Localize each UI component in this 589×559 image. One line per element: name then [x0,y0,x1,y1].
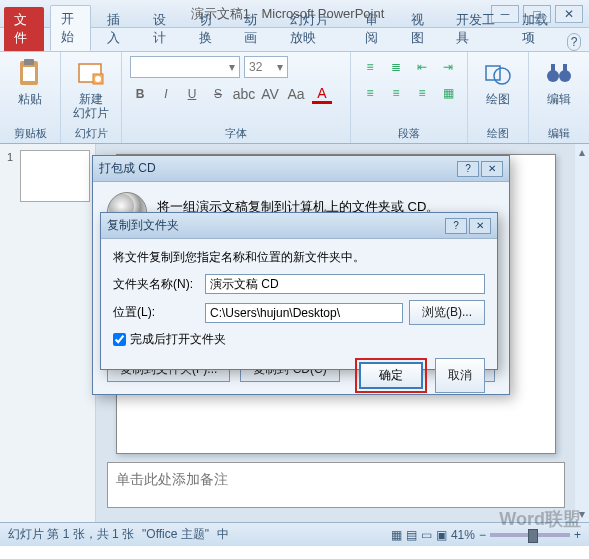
open-after-input[interactable] [113,333,126,346]
folder-name-label: 文件夹名称(N): [113,276,199,293]
new-slide-button[interactable]: 新建 幻灯片 [69,56,113,123]
group-editing: 编辑 编辑 [529,52,589,143]
group-font: ▾ 32▾ B I U S abc AV Aa A 字体 [122,52,351,143]
dialog2-description: 将文件复制到您指定名称和位置的新文件夹中。 [113,249,485,266]
svg-point-11 [494,68,510,84]
strike-button[interactable]: S [208,84,228,104]
dialog2-close-button[interactable]: ✕ [469,218,491,234]
ok-highlight: 确定 [355,358,427,393]
location-label: 位置(L): [113,304,199,321]
ok-button[interactable]: 确定 [359,362,423,389]
shadow-button[interactable]: abc [234,84,254,104]
tab-animations[interactable]: 动画 [234,7,274,51]
tab-transitions[interactable]: 切换 [189,7,229,51]
status-bar: 幻灯片 第 1 张，共 1 张 "Office 主题" 中 ▦ ▤ ▭ ▣ 41… [0,522,589,546]
align-center-button[interactable]: ≡ [385,82,407,104]
dialog1-help-button[interactable]: ? [457,161,479,177]
group-slides: 新建 幻灯片 幻灯片 [61,52,122,143]
indent-inc-button[interactable]: ⇥ [437,56,459,78]
slide-info: 幻灯片 第 1 张，共 1 张 [8,526,134,543]
font-color-button[interactable]: A [312,84,332,104]
italic-button[interactable]: I [156,84,176,104]
dialog-copy-to-folder: 复制到文件夹 ? ✕ 将文件复制到您指定名称和位置的新文件夹中。 文件夹名称(N… [100,212,498,370]
svg-point-9 [95,76,101,82]
svg-rect-14 [551,64,555,72]
underline-button[interactable]: U [182,84,202,104]
shapes-icon [482,58,514,90]
view-reading-icon[interactable]: ▭ [421,528,432,542]
find-button[interactable]: 编辑 [537,56,581,108]
new-slide-icon [75,58,107,90]
drawing-button[interactable]: 绘图 [476,56,520,108]
scroll-up-icon[interactable]: ▴ [576,146,588,158]
zoom-in-button[interactable]: + [574,528,581,542]
dialog1-title-bar: 打包成 CD ? ✕ [93,156,509,182]
cancel-button[interactable]: 取消 [435,358,485,393]
font-name-select[interactable]: ▾ [130,56,240,78]
svg-rect-6 [23,67,35,81]
font-size-select[interactable]: 32▾ [244,56,288,78]
binoculars-icon [543,58,575,90]
tab-design[interactable]: 设计 [143,7,183,51]
svg-rect-15 [563,64,567,72]
help-icon[interactable]: ? [567,33,581,51]
view-sorter-icon[interactable]: ▤ [406,528,417,542]
align-right-button[interactable]: ≡ [411,82,433,104]
tab-file[interactable]: 文件 [4,7,44,51]
ribbon: 粘贴 剪贴板 新建 幻灯片 幻灯片 ▾ 32▾ B I U S abc AV A… [0,52,589,144]
case-button[interactable]: Aa [286,84,306,104]
columns-button[interactable]: ▦ [437,82,459,104]
ribbon-tabs: 文件 开始 插入 设计 切换 动画 幻灯片放映 审阅 视图 开发工具 加载项 ? [0,28,589,52]
tab-home[interactable]: 开始 [50,5,92,51]
align-left-button[interactable]: ≡ [359,82,381,104]
view-normal-icon[interactable]: ▦ [391,528,402,542]
numbering-button[interactable]: ≣ [385,56,407,78]
dialog2-help-button[interactable]: ? [445,218,467,234]
bold-button[interactable]: B [130,84,150,104]
paste-icon [14,58,46,90]
dialog1-close-button[interactable]: ✕ [481,161,503,177]
tab-view[interactable]: 视图 [401,7,441,51]
paste-button[interactable]: 粘贴 [8,56,52,108]
notes-pane[interactable]: 单击此处添加备注 [107,462,565,508]
group-clipboard: 粘贴 剪贴板 [0,52,61,143]
group-drawing: 绘图 绘图 [468,52,529,143]
spacing-button[interactable]: AV [260,84,280,104]
tab-insert[interactable]: 插入 [97,7,137,51]
zoom-percent[interactable]: 41% [451,528,475,542]
dialog1-title: 打包成 CD [99,160,156,177]
tab-developer[interactable]: 开发工具 [446,7,505,51]
view-slideshow-icon[interactable]: ▣ [436,528,447,542]
open-after-checkbox[interactable]: 完成后打开文件夹 [113,331,485,348]
folder-name-input[interactable] [205,274,485,294]
group-paragraph: ≡ ≣ ⇤ ⇥ ≡ ≡ ≡ ▦ 段落 [351,52,468,143]
browse-button[interactable]: 浏览(B)... [409,300,485,325]
slide-panel: 1 [0,144,96,522]
tab-addins[interactable]: 加载项 [512,7,561,51]
svg-rect-10 [486,66,500,80]
theme-info: "Office 主题" [142,526,209,543]
svg-rect-5 [24,59,34,65]
bullets-button[interactable]: ≡ [359,56,381,78]
zoom-slider[interactable] [490,533,570,537]
lang-info: 中 [217,526,229,543]
indent-dec-button[interactable]: ⇤ [411,56,433,78]
dialog2-title-bar: 复制到文件夹 ? ✕ [101,213,497,239]
slide-thumbnail[interactable]: 1 [20,150,90,202]
scrollbar[interactable]: ▴ ▾ [575,144,589,522]
dialog2-title: 复制到文件夹 [107,217,179,234]
location-input[interactable] [205,303,403,323]
scroll-down-icon[interactable]: ▾ [576,508,588,520]
tab-review[interactable]: 审阅 [355,7,395,51]
tab-slideshow[interactable]: 幻灯片放映 [280,7,349,51]
zoom-control: ▦ ▤ ▭ ▣ 41% − + [391,528,581,542]
zoom-out-button[interactable]: − [479,528,486,542]
